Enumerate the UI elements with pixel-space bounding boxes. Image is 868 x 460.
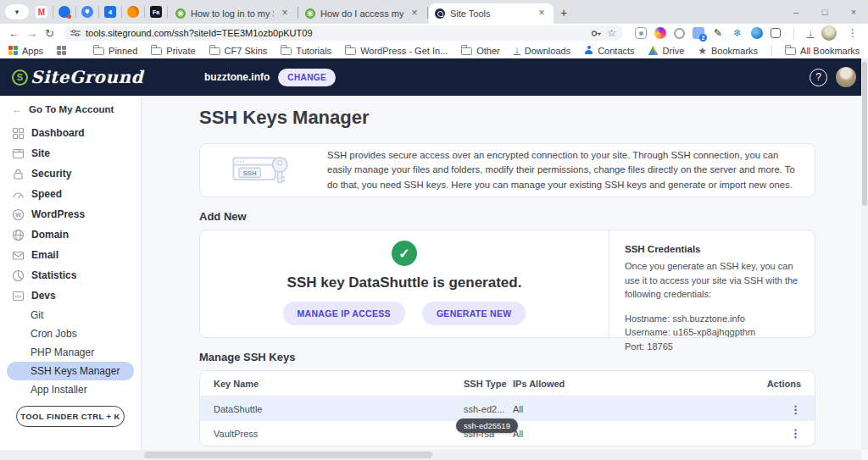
pinned-tab-gmail[interactable]: M — [32, 2, 51, 22]
change-site-button[interactable]: CHANGE — [278, 69, 336, 86]
row-actions-menu-icon[interactable]: ⋮ — [759, 427, 801, 440]
sidebar-item-site[interactable]: Site — [0, 143, 141, 163]
sidebar-item-label: App Installer — [31, 384, 87, 396]
sidebar-subitem-ssh-keys-manager[interactable]: SSH Keys Manager — [7, 362, 134, 380]
bookmark-apps[interactable]: Apps — [8, 46, 43, 56]
chat-icon — [58, 6, 70, 18]
pen-extension-icon[interactable]: ✎ — [712, 27, 724, 39]
pinned-tab-cloud[interactable] — [78, 2, 97, 22]
horizontal-scrollbar[interactable] — [0, 450, 861, 460]
address-bar[interactable]: tools.siteground.com/ssh?siteId=TEE3M1oz… — [64, 25, 623, 41]
tab-how-to-log-in[interactable]: How to log in to my SiteGround × — [170, 3, 297, 24]
bookmark-bookmarks[interactable]: ★Bookmarks — [698, 46, 758, 56]
account-avatar[interactable] — [836, 67, 856, 87]
table-row-datashuttle[interactable]: DataShuttle ssh-ed2... All ⋮ — [200, 396, 815, 421]
snowflake-extension-icon[interactable]: ❄ — [732, 27, 743, 39]
bookmark-star-icon[interactable]: ☆ — [607, 28, 616, 38]
minimize-button[interactable]: – — [782, 0, 810, 24]
bookmark-folder-cf7-skins[interactable]: CF7 Skins — [209, 46, 268, 56]
sidebar-subitem-php-manager[interactable]: PHP Manager — [0, 343, 141, 362]
bookmark-folder-wordpress[interactable]: WordPress - Get In... — [345, 46, 448, 56]
close-icon[interactable]: × — [409, 8, 420, 19]
pinned-tab-chat[interactable] — [55, 2, 74, 22]
vertical-scrollbar[interactable] — [861, 58, 868, 450]
speedometer-icon — [12, 188, 25, 201]
manage-ip-access-button[interactable]: MANAGE IP ACCESS — [283, 302, 405, 325]
close-window-button[interactable]: × — [839, 0, 868, 24]
pinned-tab-dark-app[interactable]: Fa — [147, 2, 165, 22]
globe-icon — [12, 229, 25, 241]
browser-menu-icon[interactable]: ⋮ — [844, 27, 861, 39]
close-icon[interactable]: × — [536, 8, 548, 19]
sidebar-item-label: SSH Keys Manager — [31, 365, 120, 377]
new-tab-button[interactable]: + — [554, 3, 574, 24]
url-text[interactable]: tools.siteground.com/ssh?siteId=TEE3M1oz… — [86, 28, 586, 38]
row-actions-menu-icon[interactable]: ⋮ — [759, 403, 801, 416]
close-icon[interactable]: × — [279, 8, 291, 19]
bookmark-folder-other[interactable]: Other — [461, 46, 500, 56]
tab-search-button[interactable]: ▾ — [5, 4, 29, 19]
sidebar-item-dashboard[interactable]: Dashboard — [0, 123, 141, 143]
profile-avatar[interactable] — [821, 25, 837, 41]
folder-icon — [93, 47, 104, 55]
site-info-icon[interactable] — [70, 29, 81, 37]
badged-extension-icon[interactable]: 2 — [693, 27, 704, 39]
downloads-icon[interactable]: ↓ — [807, 29, 814, 38]
generate-new-button[interactable]: GENERATE NEW — [422, 302, 526, 325]
swirl-extension-icon[interactable] — [751, 27, 763, 39]
go-to-my-account-link[interactable]: ← Go To My Account — [0, 101, 141, 118]
pinned-tab-calendar[interactable]: 4 — [101, 2, 120, 22]
horizontal-scrollbar-thumb[interactable] — [144, 452, 432, 458]
sidebar-item-security[interactable]: Security — [0, 163, 141, 184]
bookmark-folder-private[interactable]: Private — [151, 46, 195, 56]
bookmark-contacts[interactable]: Contacts — [584, 46, 634, 56]
bookmark-label: CF7 Skins — [225, 46, 268, 56]
sidebar-item-domain[interactable]: Domain — [0, 224, 141, 245]
sidebar-subitem-app-installer[interactable]: App Installer — [0, 380, 141, 399]
sidebar-item-label: Speed — [31, 188, 62, 200]
sidebar-item-statistics[interactable]: Statistics — [0, 265, 141, 285]
back-button[interactable]: ← — [7, 27, 21, 40]
ssh-credentials-panel: SSH Credentials Once you generate an SSH… — [609, 230, 815, 337]
bookmarks-divider — [771, 45, 772, 56]
dark-app-icon: Fa — [150, 6, 162, 18]
tab-site-tools-active[interactable]: Site Tools × — [429, 3, 554, 24]
cell-key-name: VaultPress — [214, 429, 464, 439]
camera-extension-icon[interactable] — [635, 27, 647, 39]
bookmark-grid-shortcut[interactable] — [57, 46, 66, 55]
siteground-logo[interactable]: SiteGround — [31, 67, 143, 87]
ring-extension-icon[interactable] — [674, 28, 685, 39]
instagram-extension-icon[interactable] — [654, 27, 666, 39]
cell-ips-allowed: All — [513, 404, 759, 414]
tab-how-do-i-access[interactable]: How do I access my site throug × — [299, 3, 426, 24]
extensions-row: 2 ✎ ❄ ↓ ⋮ — [635, 25, 861, 41]
bookmark-drive[interactable]: Drive — [648, 46, 685, 56]
svg-text:W: W — [15, 212, 21, 218]
add-new-heading: Add New — [199, 210, 815, 223]
sidebar-subitem-git[interactable]: Git — [0, 306, 141, 324]
vertical-scrollbar-thumb[interactable] — [862, 62, 867, 206]
password-key-icon[interactable] — [591, 28, 602, 39]
maximize-button[interactable]: □ — [810, 0, 839, 24]
forward-button[interactable]: → — [25, 27, 39, 40]
bookmark-folder-pinned[interactable]: Pinned — [93, 46, 137, 56]
pinned-tab-flame[interactable] — [124, 2, 142, 22]
sidebar-item-email[interactable]: Email — [0, 245, 141, 265]
folder-icon — [151, 47, 162, 55]
bookmark-downloads[interactable]: ↓Downloads — [514, 46, 570, 56]
help-button[interactable]: ? — [810, 69, 827, 86]
extensions-menu-icon[interactable] — [771, 28, 781, 38]
sidebar-item-speed[interactable]: Speed — [0, 184, 141, 204]
sidebar-subitem-cron-jobs[interactable]: Cron Jobs — [0, 324, 141, 343]
sidebar-item-wordpress[interactable]: W WordPress — [0, 204, 141, 224]
ssh-key-illustration-icon: SSH — [200, 152, 327, 189]
bookmark-folder-tutorials[interactable]: Tutorials — [281, 46, 331, 56]
tab-separator — [167, 6, 168, 18]
cell-key-name: DataShuttle — [214, 404, 464, 414]
bookmark-label: Bookmarks — [711, 46, 758, 56]
reload-button[interactable]: ↻ — [42, 27, 57, 40]
sidebar-item-devs[interactable]: </> Devs — [0, 285, 141, 306]
siteground-logo-icon: S — [12, 69, 28, 86]
tool-finder-button[interactable]: TOOL FINDER CTRL + K — [16, 406, 125, 427]
all-bookmarks-button[interactable]: All Bookmarks — [771, 45, 860, 56]
